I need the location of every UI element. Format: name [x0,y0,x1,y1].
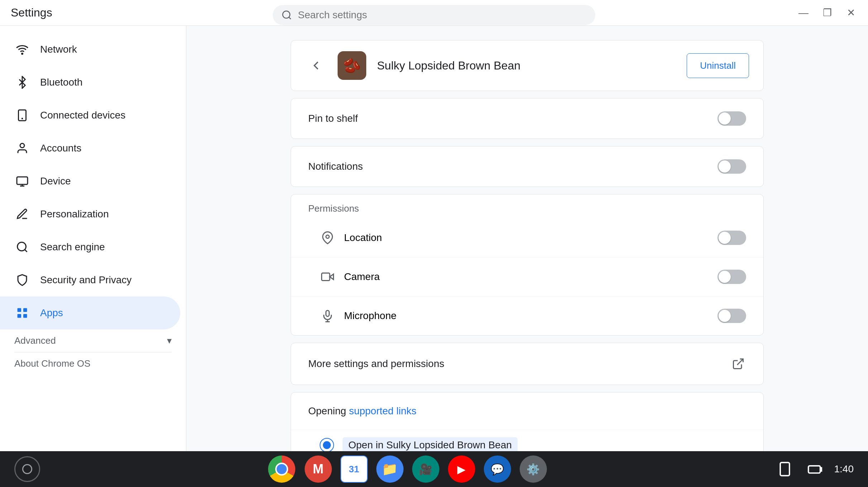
svg-point-5 [20,144,24,148]
taskbar-left [14,456,40,482]
camera-left: Camera [320,269,380,285]
device-icon [14,173,30,189]
svg-point-9 [18,242,26,251]
location-icon [320,230,335,246]
notifications-label: Notifications [308,161,363,172]
notifications-card: Notifications [291,146,764,187]
wifi-icon [14,42,30,57]
sidebar-item-search-engine-label: Search engine [40,241,105,253]
sidebar-item-network[interactable]: Network [0,33,180,66]
search-engine-icon [14,239,30,255]
svg-line-10 [25,250,27,252]
camera-icon [320,269,335,285]
sidebar-item-about[interactable]: About Chrome OS [0,352,186,375]
notifications-toggle[interactable] [717,159,746,174]
search-icon [281,9,292,21]
external-link-icon [730,356,746,372]
maximize-button[interactable]: ❐ [821,6,834,19]
content: 🫘 Sulky Lopsided Brown Bean Uninstall Pi… [186,26,868,451]
taskbar-files[interactable]: 📁 [376,455,404,483]
minimize-button[interactable]: — [797,6,810,19]
app-icon: 🫘 [338,51,366,80]
taskbar-right: 1:40 [774,458,854,480]
back-button[interactable] [305,55,327,76]
taskbar-settings[interactable]: ⚙️ [520,455,547,483]
uninstall-button[interactable]: Uninstall [687,53,749,78]
camera-toggle[interactable] [717,270,746,284]
permissions-label: Permissions [308,203,359,214]
pin-to-shelf-label: Pin to shelf [308,113,358,124]
search-bar [273,5,595,25]
app-name: Sulky Lopsided Brown Bean [377,59,676,72]
notifications-row: Notifications [291,146,763,187]
svg-line-1 [289,17,291,19]
sidebar-item-apps[interactable]: Apps [0,296,180,329]
taskbar-calendar[interactable]: 31 [340,455,368,483]
more-settings-card: More settings and permissions [291,343,764,385]
taskbar-meet[interactable]: 🎥 [412,455,439,483]
files-icon: 📁 [382,462,398,477]
permissions-section-header: Permissions [291,194,763,218]
svg-rect-22 [808,466,820,473]
more-settings-row[interactable]: More settings and permissions [291,343,763,385]
sidebar-item-device[interactable]: Device [0,165,180,198]
sidebar-item-accounts[interactable]: Accounts [0,132,180,165]
about-label: About Chrome OS [14,358,90,369]
open-in-app-label: Open in Sulky Lopsided Brown Bean [343,437,518,451]
apps-icon [14,305,30,321]
content-inner: 🫘 Sulky Lopsided Brown Bean Uninstall Pi… [276,26,778,451]
sidebar-item-bluetooth[interactable]: Bluetooth [0,66,180,99]
app-header: 🫘 Sulky Lopsided Brown Bean Uninstall [291,40,764,91]
sidebar-item-personalization-label: Personalization [40,208,109,220]
supported-links-link[interactable]: supported links [349,405,416,416]
microphone-icon [320,308,335,324]
sidebar-item-network-label: Network [40,44,77,55]
taskbar-chrome[interactable] [267,455,296,483]
sidebar-item-security-label: Security and Privacy [40,274,132,286]
svg-rect-6 [17,177,28,184]
pin-to-shelf-toggle[interactable] [717,111,746,126]
location-toggle[interactable] [717,231,746,245]
close-button[interactable]: ✕ [844,6,857,19]
svg-point-0 [283,11,290,18]
sidebar-item-search-engine[interactable]: Search engine [0,231,180,264]
svg-rect-21 [780,463,790,476]
location-row: Location [291,218,763,257]
location-label: Location [344,232,382,244]
pin-to-shelf-card: Pin to shelf [291,98,764,139]
microphone-left: Microphone [320,308,396,324]
microphone-toggle[interactable] [717,309,746,323]
svg-rect-16 [322,273,330,281]
connected-devices-icon [14,107,30,123]
radio-option-open-in-app[interactable]: Open in Sulky Lopsided Brown Bean [291,430,763,451]
radio-open-in-app[interactable] [320,438,334,451]
battery-icon [804,458,826,480]
gmail-icon: M [313,462,324,477]
opening-header-row: Opening supported links [291,392,763,430]
sidebar-item-personalization[interactable]: Personalization [0,198,180,231]
calendar-icon: 31 [349,464,359,475]
svg-point-15 [326,235,329,238]
taskbar-youtube[interactable]: ▶ [448,455,475,483]
settings-icon: ⚙️ [526,463,540,476]
svg-rect-17 [326,310,329,317]
opening-card: Opening supported links Open in Sulky Lo… [291,392,764,451]
sidebar-item-connected-devices[interactable]: Connected devices [0,99,180,132]
location-left: Location [320,230,382,246]
launcher-button[interactable] [14,456,40,482]
taskbar-messages[interactable]: 💬 [484,455,511,483]
sidebar: Network Bluetooth Connected devices Acco… [0,26,186,451]
meet-icon: 🎥 [419,463,432,476]
sidebar-item-security-privacy[interactable]: Security and Privacy [0,264,180,296]
sidebar-item-device-label: Device [40,175,71,187]
settings-title: Settings [11,6,52,19]
taskbar: M 31 📁 🎥 ▶ 💬 ⚙️ [0,451,868,487]
taskbar-center: M 31 📁 🎥 ▶ 💬 ⚙️ [267,455,547,483]
svg-rect-14 [23,314,27,318]
bluetooth-icon [14,74,30,90]
svg-line-20 [737,359,743,365]
tablet-mode-icon[interactable] [774,458,796,480]
taskbar-gmail[interactable]: M [305,455,332,483]
search-input[interactable] [298,9,587,21]
sidebar-item-advanced[interactable]: Advanced ▾ [0,329,186,352]
